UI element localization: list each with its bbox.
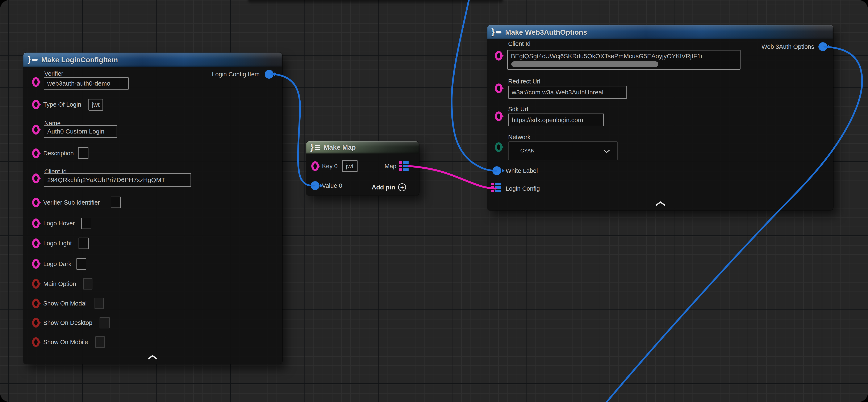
sdk-url-input[interactable]: https://sdk.openlogin.com [508,114,604,126]
pin-client-id[interactable] [32,173,40,183]
node-header-make-loginconfigitem[interactable]: } Make LoginConfigItem [23,53,282,67]
description-input[interactable] [78,147,88,159]
pin-logo-light[interactable] [32,238,40,248]
add-pin-plus-icon: + [398,183,406,191]
show-on-desktop-checkbox[interactable] [100,317,110,328]
pin-label-show-on-mobile: Show On Mobile [43,339,88,346]
pin-label-logo-hover: Logo Hover [43,220,75,227]
pin-description[interactable] [32,148,40,158]
pin-verifier[interactable] [32,77,40,87]
collapse-chevron-icon[interactable] [148,355,157,360]
pin-client-id[interactable] [495,51,502,61]
pin-main-option[interactable] [32,279,40,289]
pin-label-verifier: Verifier [44,70,63,77]
pin-label-verifier-sub-identifier: Verifier Sub Identifier [43,199,100,206]
blueprint-graph-canvas[interactable]: } Make LoginConfigItem Login Config Item… [0,0,868,402]
pin-label-logo-dark: Logo Dark [43,260,71,267]
node-header-make-web3authoptions[interactable]: } Make Web3AuthOptions [487,25,833,39]
pin-label-network: Network [508,134,530,141]
key-0-input[interactable]: jwt [342,160,358,172]
pin-label-white-label: White Label [506,167,538,174]
chevron-down-icon [603,150,610,153]
pin-label-logo-light: Logo Light [43,240,72,247]
pin-logo-hover[interactable] [32,219,40,228]
offscreen-node-shadow [248,0,503,4]
pin-redirect-url[interactable] [495,84,502,93]
pin-label-value-0: Value 0 [322,182,342,189]
pin-show-on-modal[interactable] [32,298,40,308]
pin-label-description: Description [43,150,74,157]
network-dropdown[interactable]: CYAN [508,141,618,160]
pin-label-login-config: Login Config [506,185,540,192]
pin-name[interactable] [32,125,40,135]
pin-label-show-on-desktop: Show On Desktop [43,319,92,326]
pin-label-redirect-url: Redirect Url [508,78,540,85]
add-pin-button[interactable]: Add pin + [372,183,406,191]
verifier-input[interactable]: web3auth-auth0-demo [44,77,129,90]
show-on-mobile-checkbox[interactable] [95,336,105,348]
pin-label-sdk-url: Sdk Url [508,106,528,113]
main-option-checkbox[interactable] [83,278,92,289]
node-make-web3authoptions[interactable]: } Make Web3AuthOptions Web 3Auth Options… [487,25,833,210]
logo-dark-input[interactable] [76,258,86,270]
pin-label-client-id: Client Id [508,40,530,47]
logo-hover-input[interactable] [81,218,91,229]
verifier-sub-identifier-input[interactable] [111,197,121,208]
pin-verifier-sub-identifier[interactable] [32,198,40,207]
node-title: Make LoginConfigItem [41,56,118,64]
client-id-input[interactable]: 294QRkchfq2YaXUbPri7D6PH7xzHgQMT [44,173,191,187]
wire-map-to-login-config[interactable] [409,166,496,189]
pin-show-on-mobile[interactable] [32,337,40,347]
node-header-make-map[interactable]: } Make Map [306,141,419,153]
make-map-icon: } [310,143,320,151]
show-on-modal-checkbox[interactable] [95,298,104,309]
client-id-scrollbar[interactable] [511,61,658,67]
output-label-web3auth-options: Web 3Auth Options [762,43,814,50]
make-struct-icon: } [491,28,501,36]
node-make-loginconfigitem[interactable]: } Make LoginConfigItem Login Config Item… [23,53,282,364]
logo-light-input[interactable] [79,237,89,249]
pin-label-type-of-login: Type Of Login [43,101,81,108]
pin-label-main-option: Main Option [43,281,76,287]
pin-type-of-login[interactable] [32,100,40,109]
node-title: Make Map [324,144,356,151]
pin-output-map[interactable] [399,161,409,171]
output-label-login-config-item: Login Config Item [212,71,260,78]
redirect-url-input[interactable]: w3a://com.w3a.Web3AuthUnreal [508,86,627,98]
output-label-map: Map [384,163,396,170]
collapse-chevron-icon[interactable] [656,201,665,206]
pin-logo-dark[interactable] [32,259,40,269]
pin-label-show-on-modal: Show On Modal [43,300,87,307]
make-struct-icon: } [28,56,38,64]
node-make-map[interactable]: } Make Map Key 0 jwt Map Value 0 Add pin… [306,141,419,196]
pin-show-on-desktop[interactable] [32,318,40,327]
client-id-input[interactable]: BEglQSgt4cUWcj6SKRdu5QkOXTsePmMcusG5EAoy… [507,50,741,69]
pin-key-0[interactable] [311,161,319,171]
pin-sdk-url[interactable] [495,111,502,121]
type-of-login-input[interactable]: jwt [88,99,103,111]
name-input[interactable]: Auth0 Custom Login [44,125,117,138]
pin-network[interactable] [495,142,502,152]
node-title: Make Web3AuthOptions [505,28,587,36]
pin-label-key-0: Key 0 [322,163,338,170]
